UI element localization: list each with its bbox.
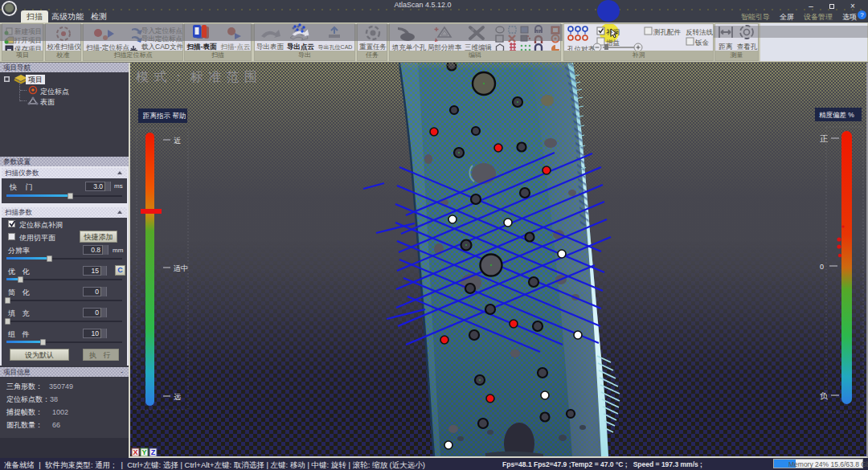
svg-text:X: X [133, 448, 137, 456]
svg-text:模式：标准范围: 模式：标准范围 [136, 70, 263, 84]
svg-text:远: 远 [174, 393, 181, 401]
svg-text:0: 0 [820, 263, 824, 271]
svg-text:适中: 适中 [174, 264, 188, 272]
svg-text:距离指示 帮助: 距离指示 帮助 [142, 112, 186, 120]
svg-text:Y: Y [141, 448, 146, 456]
svg-text:近: 近 [174, 137, 181, 145]
svg-text:精度偏差 %: 精度偏差 % [819, 111, 854, 119]
svg-text:正: 正 [820, 134, 828, 143]
svg-text:负: 负 [820, 391, 828, 400]
svg-text:Z: Z [151, 448, 156, 456]
